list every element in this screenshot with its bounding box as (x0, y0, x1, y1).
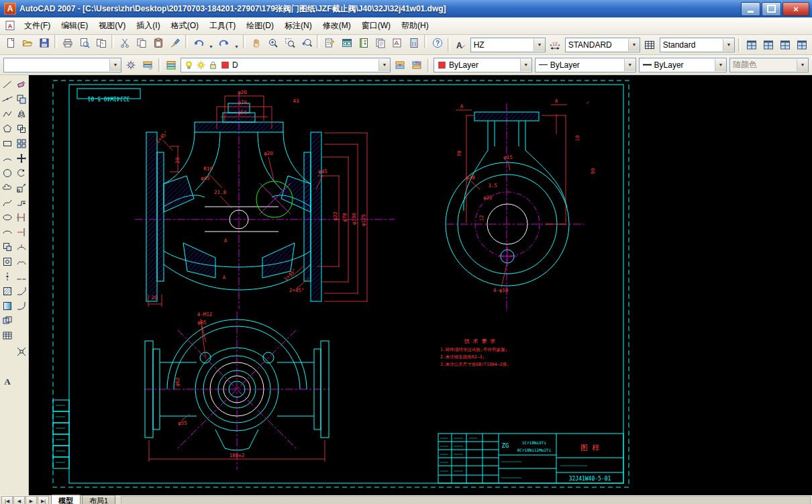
cut-button[interactable] (116, 34, 133, 51)
menu-item[interactable]: 修改(M) (317, 17, 356, 34)
tab-nav-button-3[interactable]: ▶| (38, 496, 49, 504)
rotate-button[interactable] (14, 166, 28, 180)
chevron-down-icon[interactable]: ▼ (109, 59, 121, 71)
tab-模型[interactable]: 模型 (51, 495, 81, 504)
tab-布局1[interactable]: 布局1 (82, 495, 115, 504)
mirror-button[interactable] (14, 107, 28, 121)
properties-button[interactable] (321, 34, 338, 51)
quickcalc-button[interactable] (405, 34, 422, 51)
menu-item[interactable]: 窗口(W) (356, 17, 396, 34)
menu-item[interactable]: 标注(N) (279, 17, 317, 34)
layer-thaw-icon[interactable] (196, 60, 206, 70)
redo-button[interactable] (215, 34, 232, 51)
menu-item[interactable]: 工具(T) (204, 17, 241, 34)
match-properties-button[interactable] (166, 34, 183, 51)
table-style-icon[interactable] (642, 36, 658, 53)
fillet-button[interactable] (14, 299, 28, 313)
layer-lock-icon[interactable] (208, 60, 218, 70)
construction-line-button[interactable] (0, 92, 14, 106)
workspace-settings-button[interactable] (123, 56, 140, 73)
text-style-icon[interactable]: A (452, 36, 469, 53)
color-combo[interactable]: ByLayer ▼ (434, 58, 532, 72)
menu-item[interactable]: 绘图(D) (241, 17, 279, 34)
rectangle-button[interactable] (0, 136, 14, 150)
point-button[interactable] (0, 269, 14, 283)
zoom-window-button[interactable] (281, 34, 298, 51)
pan-button[interactable] (248, 34, 264, 51)
minimize-button[interactable] (741, 2, 760, 16)
move-button[interactable] (14, 151, 28, 165)
trim-button[interactable] (14, 210, 28, 224)
make-block-button[interactable] (0, 254, 14, 268)
zoom-previous-button[interactable] (298, 34, 315, 51)
hatch-button[interactable] (0, 284, 14, 298)
array-button[interactable] (14, 136, 28, 150)
break-at-point-button[interactable] (14, 240, 28, 254)
lineweight-combo[interactable]: ByLayer ▼ (639, 58, 727, 72)
break-button[interactable] (14, 254, 28, 268)
layer-on-icon[interactable] (184, 60, 194, 70)
sheet-set-manager-button[interactable] (372, 34, 389, 51)
open-button[interactable] (19, 34, 36, 51)
redo-dropdown-arrow[interactable]: ▼ (232, 38, 241, 55)
layer-states-button[interactable] (140, 56, 156, 73)
circle-button[interactable] (0, 166, 14, 180)
copy-button[interactable] (133, 34, 150, 51)
viewport-1-button[interactable] (743, 36, 760, 53)
chevron-down-icon[interactable]: ▼ (534, 39, 545, 51)
tab-nav-button-2[interactable]: ▶ (26, 496, 37, 504)
chevron-down-icon[interactable]: ▼ (628, 39, 640, 51)
chamfer-button[interactable] (14, 284, 28, 298)
horizontal-scrollbar[interactable] (121, 496, 811, 504)
drawing-canvas[interactable]: 32J41W40-5-01φ20φ70φ59431×45°20R10φ45φ20… (29, 75, 812, 495)
copy-object-button[interactable] (14, 92, 28, 106)
stretch-button[interactable] (14, 195, 28, 209)
menu-item[interactable]: 文件(F) (19, 17, 56, 34)
viewport-2-button[interactable] (760, 36, 776, 53)
make-object-layer-current-button[interactable] (392, 56, 409, 73)
viewport-4-button[interactable] (793, 36, 810, 53)
plot-preview-button[interactable] (76, 34, 93, 51)
zoom-realtime-button[interactable] (264, 34, 281, 51)
layer-combo[interactable]: D ▼ (181, 58, 391, 72)
menu-item[interactable]: 视图(V) (93, 17, 131, 34)
chevron-down-icon[interactable]: ▼ (715, 59, 726, 71)
chevron-down-icon[interactable]: ▼ (723, 39, 734, 51)
menu-item[interactable]: 编辑(E) (56, 17, 93, 34)
chevron-down-icon[interactable]: ▼ (624, 59, 636, 71)
chevron-down-icon[interactable]: ▼ (378, 59, 390, 71)
dim-style-icon[interactable]: 12 (547, 36, 564, 53)
spline-button[interactable] (0, 195, 14, 209)
region-button[interactable] (0, 313, 14, 327)
publish-button[interactable] (93, 34, 109, 51)
menu-item[interactable]: 插入(I) (131, 17, 165, 34)
insert-block-button[interactable] (0, 240, 14, 254)
plot-button[interactable] (59, 34, 76, 51)
table-button[interactable] (0, 328, 14, 342)
qnew-button[interactable] (2, 34, 19, 51)
tool-palettes-button[interactable] (355, 34, 372, 51)
offset-button[interactable] (14, 121, 28, 136)
layer-previous-button[interactable] (409, 56, 425, 73)
extend-button[interactable] (14, 225, 28, 239)
paste-button[interactable] (150, 34, 166, 51)
close-button[interactable]: × (782, 2, 809, 16)
help-button[interactable]: ? (429, 34, 446, 51)
ellipse-button[interactable] (0, 210, 14, 224)
workspace-combo[interactable]: ▼ (3, 58, 121, 72)
menu-item[interactable]: 帮助(H) (396, 17, 434, 34)
tab-nav-button-1[interactable]: ◀ (13, 496, 25, 504)
cad-drawing[interactable]: 32J41W40-5-01φ20φ70φ59431×45°20R10φ45φ20… (29, 75, 812, 495)
layer-properties-manager-button[interactable] (163, 56, 179, 73)
multiline-text-button[interactable]: A (0, 374, 14, 388)
save-button[interactable] (36, 34, 52, 51)
line-button[interactable] (0, 77, 14, 91)
gradient-button[interactable] (0, 299, 14, 313)
designcenter-button[interactable] (338, 34, 355, 51)
erase-button[interactable] (14, 77, 28, 91)
text-style-combo[interactable]: HZ ▼ (470, 38, 546, 52)
undo-dropdown-arrow[interactable]: ▼ (207, 38, 215, 55)
join-button[interactable] (14, 269, 28, 283)
arc-button[interactable] (0, 151, 14, 165)
menu-item[interactable]: 格式(O) (166, 17, 204, 34)
